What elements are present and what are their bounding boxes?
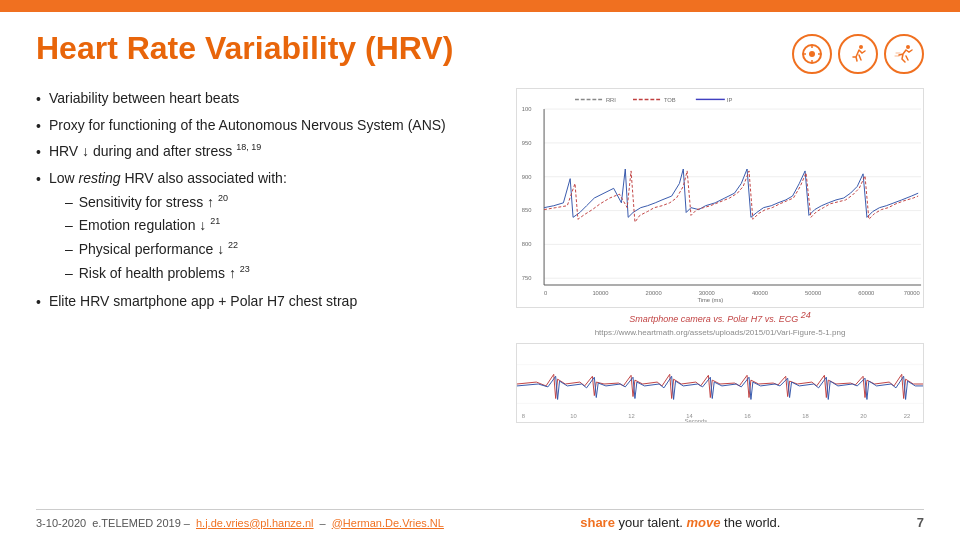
chart-url: https://www.heartmath.org/assets/uploads… [595, 328, 846, 337]
page-number: 7 [917, 515, 924, 530]
footer-the-world: the world. [724, 515, 780, 530]
footer-sep: – [320, 517, 326, 529]
main-content: • Variability between heart beats • Prox… [36, 88, 924, 501]
sub-list-item: – Physical performance ↓ 22 [65, 239, 287, 261]
chart-ref: 24 [801, 310, 811, 320]
svg-text:10: 10 [570, 413, 576, 419]
dash: – [65, 239, 73, 261]
bullet-dot: • [36, 292, 41, 314]
meditation-icon [792, 34, 832, 74]
footer-date: 3-10-2020 [36, 517, 86, 529]
svg-text:70000: 70000 [904, 290, 920, 296]
svg-point-6 [859, 45, 863, 49]
footer-tagline: share your talent. move the world. [580, 515, 780, 530]
bullet-dot: • [36, 142, 41, 164]
bullet-dot: • [36, 169, 41, 191]
bullet-text-with-sub: Low resting HRV also associated with: – … [49, 168, 287, 286]
chart-caption: Smartphone camera vs. Polar H7 vs. ECG 2… [629, 310, 811, 324]
list-item: • Variability between heart beats [36, 88, 496, 111]
footer-your-talent: your talent. [619, 515, 687, 530]
svg-text:900: 900 [522, 174, 532, 180]
list-item: • Proxy for functioning of the Autonomou… [36, 115, 496, 138]
bullet-text: Elite HRV smartphone app + Polar H7 ches… [49, 291, 357, 313]
bullet-list: • Variability between heart beats • Prox… [36, 88, 496, 313]
svg-text:100: 100 [522, 106, 532, 112]
icon-group [792, 34, 924, 74]
svg-text:22: 22 [904, 413, 910, 419]
svg-text:40000: 40000 [752, 290, 768, 296]
page-title: Heart Rate Variability (HRV) [36, 30, 453, 67]
header-row: Heart Rate Variability (HRV) [36, 30, 924, 74]
left-column: • Variability between heart beats • Prox… [36, 88, 496, 501]
list-item: • Elite HRV smartphone app + Polar H7 ch… [36, 291, 496, 314]
bullet-dot: • [36, 116, 41, 138]
svg-text:18: 18 [802, 413, 808, 419]
svg-text:850: 850 [522, 208, 532, 214]
bullet-dot: • [36, 89, 41, 111]
svg-text:IP: IP [727, 97, 733, 103]
dash: – [65, 215, 73, 237]
sub-list-item: – Emotion regulation ↓ 21 [65, 215, 287, 237]
list-item: • Low resting HRV also associated with: … [36, 168, 496, 286]
svg-text:60000: 60000 [858, 290, 874, 296]
sub-item-text: Physical performance ↓ 22 [79, 239, 238, 261]
chart-svg: 100 950 900 850 800 750 [517, 89, 923, 307]
footer-link-email[interactable]: h.j.de.vries@pl.hanze.nl [196, 517, 314, 529]
svg-rect-8 [517, 92, 923, 305]
svg-text:Seconds: Seconds [685, 418, 708, 423]
secondary-chart: 8 10 12 14 16 18 20 22 Seconds [516, 343, 924, 423]
running-icon [838, 34, 878, 74]
sub-list: – Sensitivity for stress ↑ 20 – Emotion … [65, 192, 287, 285]
svg-text:RRI: RRI [606, 97, 616, 103]
sub-item-text: Risk of health problems ↑ 23 [79, 263, 250, 285]
svg-text:20: 20 [860, 413, 866, 419]
footer-share: share [580, 515, 615, 530]
chart-caption-text: Smartphone camera vs. Polar H7 vs. ECG 2… [629, 314, 811, 324]
svg-text:800: 800 [522, 241, 532, 247]
svg-text:Time (ms): Time (ms) [697, 297, 723, 303]
dash: – [65, 192, 73, 214]
list-item: • HRV ↓ during and after stress 18, 19 [36, 141, 496, 164]
svg-text:750: 750 [522, 275, 532, 281]
sprint-icon [884, 34, 924, 74]
sub-item-text: Sensitivity for stress ↑ 20 [79, 192, 228, 214]
bullet-text: HRV ↓ during and after stress 18, 19 [49, 141, 261, 163]
svg-text:50000: 50000 [805, 290, 821, 296]
bullet-text: Variability between heart beats [49, 88, 239, 110]
svg-text:0: 0 [544, 290, 547, 296]
footer: 3-10-2020 e.TELEMED 2019 – h.j.de.vries@… [36, 509, 924, 530]
sub-list-item: – Risk of health problems ↑ 23 [65, 263, 287, 285]
dash: – [65, 263, 73, 285]
svg-text:12: 12 [628, 413, 634, 419]
right-column: 100 950 900 850 800 750 [516, 88, 924, 501]
svg-text:30000: 30000 [699, 290, 715, 296]
bullet-text: Proxy for functioning of the Autonomous … [49, 115, 446, 137]
svg-text:10000: 10000 [592, 290, 608, 296]
orange-bar [0, 0, 960, 12]
footer-event: e.TELEMED 2019 – [92, 517, 190, 529]
svg-text:TOB: TOB [664, 97, 676, 103]
svg-point-1 [809, 51, 815, 57]
svg-text:8: 8 [522, 413, 525, 419]
bullet-text: Low resting HRV also associated with: [49, 170, 287, 186]
sub-item-text: Emotion regulation ↓ 21 [79, 215, 221, 237]
chart-area: 100 950 900 850 800 750 [516, 88, 924, 308]
footer-move: move [686, 515, 720, 530]
footer-link-twitter[interactable]: @Herman.De.Vries.NL [332, 517, 444, 529]
svg-text:20000: 20000 [646, 290, 662, 296]
svg-point-7 [906, 45, 910, 49]
page-container: Heart Rate Variability (HRV) [0, 12, 960, 540]
svg-text:16: 16 [744, 413, 750, 419]
svg-text:950: 950 [522, 140, 532, 146]
footer-left: 3-10-2020 e.TELEMED 2019 – h.j.de.vries@… [36, 517, 444, 529]
sub-list-item: – Sensitivity for stress ↑ 20 [65, 192, 287, 214]
